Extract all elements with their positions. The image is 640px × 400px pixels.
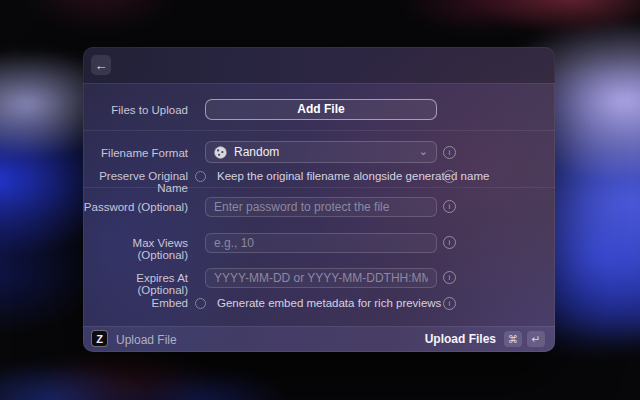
expires-at-info-icon[interactable]: i	[443, 271, 456, 284]
preserve-original-name-info-icon[interactable]: i	[443, 170, 456, 183]
divider	[83, 326, 555, 327]
filename-format-value: Random	[234, 145, 412, 159]
zipline-logo: Z	[91, 330, 108, 347]
max-views-info-icon[interactable]: i	[443, 236, 456, 249]
files-to-upload-label: Files to Upload	[83, 104, 188, 116]
embed-text[interactable]: Generate embed metadata for rich preview…	[217, 297, 441, 309]
expires-at-label: Expires At (Optional)	[83, 272, 188, 296]
footer-command-title: Upload File	[116, 333, 177, 347]
max-views-label: Max Views (Optional)	[83, 237, 188, 261]
upload-file-dialog: ← Files to Upload Add File Filename Form…	[83, 47, 555, 352]
upload-files-label: Upload Files	[425, 332, 496, 346]
password-info-icon[interactable]: i	[443, 200, 456, 213]
expires-at-input[interactable]	[205, 268, 437, 288]
max-views-input[interactable]	[205, 233, 437, 253]
command-key-icon: ⌘	[504, 331, 522, 347]
password-input[interactable]	[205, 197, 437, 217]
return-key-icon: ↵	[527, 331, 545, 347]
chevron-down-icon: ⌄	[419, 146, 428, 157]
divider	[83, 187, 555, 188]
filename-format-select[interactable]: Random ⌄	[205, 141, 437, 163]
embed-info-icon[interactable]: i	[443, 297, 456, 310]
dice-icon	[214, 146, 227, 159]
add-file-button[interactable]: Add File	[205, 99, 437, 120]
embed-checkbox[interactable]	[195, 298, 206, 309]
preserve-original-name-checkbox[interactable]	[195, 171, 206, 182]
back-arrow-icon: ←	[95, 59, 108, 72]
embed-label: Embed	[83, 297, 188, 309]
filename-format-label: Filename Format	[83, 147, 188, 159]
preserve-original-name-label: Preserve Original Name	[83, 170, 188, 194]
back-button[interactable]: ←	[91, 55, 111, 75]
upload-files-action[interactable]: Upload Files ⌘ ↵	[425, 330, 545, 347]
divider	[83, 83, 555, 84]
password-label: Password (Optional)	[83, 201, 188, 213]
divider	[83, 130, 555, 131]
filename-format-info-icon[interactable]: i	[443, 146, 456, 159]
screen: ← Files to Upload Add File Filename Form…	[0, 0, 640, 400]
dialog-header	[83, 47, 555, 83]
